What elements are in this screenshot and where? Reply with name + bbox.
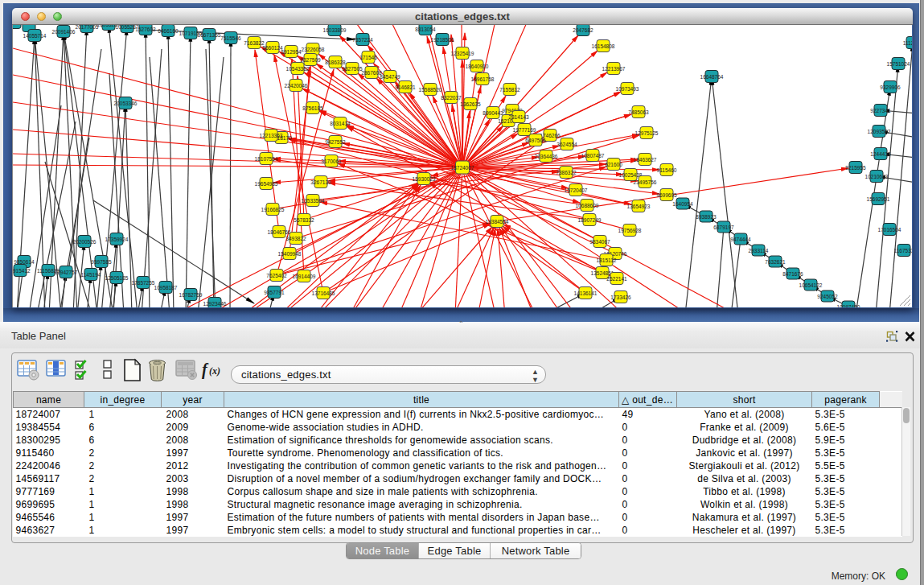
svg-text:2047682: 2047682 [573,27,593,33]
svg-text:18107554: 18107554 [255,156,278,162]
svg-text:9115460: 9115460 [657,167,677,173]
svg-text:7515546: 7515546 [220,35,241,41]
svg-text:8660124: 8660124 [262,45,283,51]
svg-text:20177005: 20177005 [76,25,99,30]
svg-text:9597585: 9597585 [91,259,112,265]
svg-text:1244415: 1244415 [870,151,891,157]
svg-text:10097450: 10097450 [837,304,860,308]
svg-text:621600: 621600 [605,162,622,167]
svg-text:15751024: 15751024 [887,61,910,67]
svg-text:14055714: 14055714 [23,33,47,39]
svg-text:17857255: 17857255 [132,280,155,286]
svg-text:2522141: 2522141 [606,276,627,282]
svg-text:12093582: 12093582 [868,129,891,134]
svg-text:10210643: 10210643 [865,174,889,179]
svg-text:16782759: 16782759 [179,292,203,298]
svg-text:9834067: 9834067 [589,239,610,245]
svg-text:(x): (x) [209,365,220,377]
svg-text:1145194: 1145194 [81,272,101,278]
svg-text:9427552: 9427552 [325,139,346,145]
svg-text:16033809: 16033809 [323,27,347,33]
svg-text:17016504: 17016504 [878,227,901,233]
svg-text:8322037: 8322037 [441,95,462,101]
svg-text:1362635: 1362635 [460,101,481,107]
svg-text:3170061: 3170061 [321,159,342,164]
svg-text:15930023: 15930023 [413,176,436,182]
svg-text:9850614: 9850614 [14,259,35,265]
svg-text:17359924: 17359924 [105,237,129,242]
svg-text:9699695: 9699695 [656,192,677,198]
svg-text:10973493: 10973493 [616,86,639,92]
svg-text:15409948: 15409948 [278,251,302,257]
svg-text:7386322: 7386322 [556,170,577,175]
svg-text:1112745: 1112745 [903,40,912,46]
svg-text:12923446: 12923446 [203,301,227,307]
svg-text:13716485: 13716485 [312,290,335,296]
svg-text:12942757: 12942757 [55,270,78,275]
svg-text:9327509: 9327509 [300,57,321,63]
svg-text:7163822: 7163822 [244,40,265,46]
svg-text:23495756: 23495756 [634,179,657,185]
svg-text:9474444: 9474444 [730,237,751,242]
svg-text:2314143: 2314143 [508,114,529,120]
svg-text:1640954: 1640954 [672,201,693,207]
svg-text:8938923: 8938923 [696,214,717,220]
svg-text:18046766: 18046766 [268,229,291,235]
svg-text:8990443: 8990443 [483,110,503,116]
svg-text:8471676: 8471676 [782,271,803,277]
svg-text:14136141: 14136141 [574,290,598,296]
svg-text:7625402: 7625402 [266,273,287,278]
svg-text:6879197: 6879197 [713,225,734,230]
svg-text:2933114: 2933114 [749,248,769,253]
svg-text:10654122: 10654122 [799,282,823,288]
svg-text:15588520: 15588520 [419,87,442,93]
svg-text:7485063: 7485063 [628,109,649,115]
svg-text:5578332: 5578332 [294,217,314,223]
svg-text:19384554: 19384554 [486,219,509,225]
svg-text:19777169: 19777169 [513,127,536,133]
svg-text:15692951: 15692951 [867,196,890,202]
svg-text:16648764: 16648764 [700,74,724,80]
svg-text:18907249: 18907249 [578,217,602,223]
svg-text:12325419: 12325419 [451,51,474,56]
svg-text:16914409: 16914409 [293,274,316,279]
svg-text:2867608: 2867608 [361,70,382,76]
svg-text:8215955: 8215955 [845,165,866,171]
svg-text:9245052: 9245052 [817,294,838,299]
svg-text:3493822: 3493822 [285,236,306,241]
svg-text:19654985: 19654985 [255,181,278,187]
svg-text:16154808: 16154808 [592,43,615,49]
svg-text:20053346: 20053346 [114,101,138,106]
svg-text:13654923: 13654923 [627,204,651,209]
svg-text:9227341: 9227341 [870,108,891,113]
svg-text:171546: 171546 [359,55,377,60]
svg-text:12975125: 12975125 [635,130,659,136]
svg-text:8031414: 8031414 [330,121,351,126]
svg-text:3915412: 3915412 [13,268,31,274]
svg-text:8756185: 8756185 [302,105,323,111]
svg-text:12213967: 12213967 [602,66,626,72]
svg-text:13533594: 13533594 [302,198,325,204]
svg-text:10807487: 10807487 [581,153,605,159]
svg-text:19756928: 19756928 [618,228,642,233]
svg-text:10958187: 10958187 [154,285,178,290]
svg-text:8813054: 8813054 [415,27,436,32]
svg-text:8912954: 8912954 [281,49,302,55]
svg-text:3267130: 3267130 [310,179,331,185]
svg-text:12505185: 12505185 [105,275,129,281]
svg-text:1815112: 1815112 [597,257,617,263]
svg-text:23226058: 23226058 [302,47,325,52]
svg-text:20200526: 20200526 [73,239,97,245]
svg-text:8454749: 8454749 [380,74,400,80]
svg-text:16671355: 16671355 [198,32,221,38]
svg-text:10688609: 10688609 [576,203,599,208]
svg-text:f: f [202,360,209,379]
svg-text:6497506: 6497506 [525,138,546,143]
svg-text:18724007: 18724007 [451,165,474,171]
svg-text:19218506: 19218506 [431,37,454,43]
svg-text:20364436: 20364436 [535,154,558,159]
svg-text:7155812: 7155812 [499,87,520,93]
svg-text:18463627: 18463627 [634,157,657,163]
svg-text:20091406: 20091406 [52,29,76,35]
svg-text:12213363: 12213363 [260,133,283,138]
